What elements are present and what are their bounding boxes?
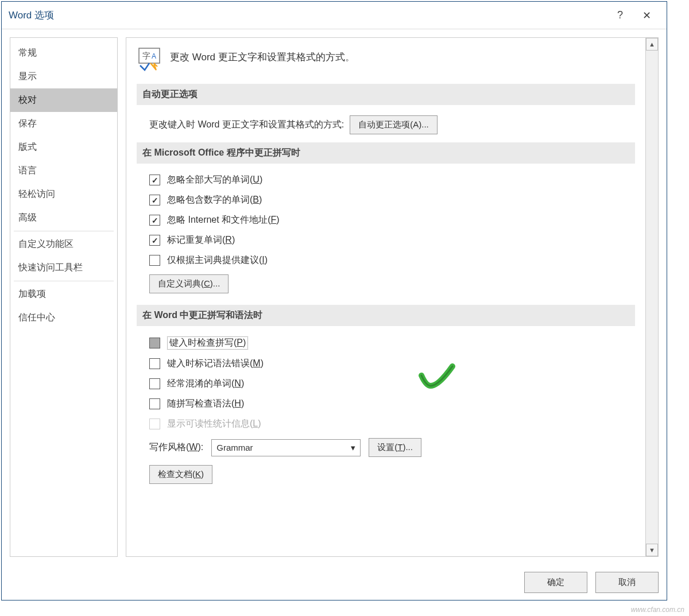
cb-main-dict-only[interactable] xyxy=(149,255,160,266)
ok-button[interactable]: 确定 xyxy=(524,572,587,593)
cancel-button[interactable]: 取消 xyxy=(595,572,659,593)
cb-confused-words[interactable] xyxy=(149,378,160,389)
cb-readability-row: 显示可读性统计信息(L) xyxy=(137,418,635,430)
sidebar-item-layout[interactable]: 版式 xyxy=(10,135,117,159)
section-autocorrect-header: 自动更正选项 xyxy=(137,84,635,105)
cb-ignore-numbers-row: 忽略包含数字的单词(B) xyxy=(137,194,635,206)
sidebar-item-accessibility[interactable]: 轻松访问 xyxy=(10,183,117,206)
content-wrap: 字 A 更改 Word 更正文字和设置其格式的方式。 自动更正选项 更改键入时 … xyxy=(126,37,659,557)
dialog-body: 常规 显示 校对 保存 版式 语言 轻松访问 高级 自定义功能区 快速访问工具栏… xyxy=(2,29,667,565)
cb-main-dict-only-label: 仅根据主词典提供建议(I) xyxy=(167,254,268,266)
custom-dictionaries-button[interactable]: 自定义词典(C)... xyxy=(149,274,229,293)
cb-ignore-uppercase-label: 忽略全部大写的单词(U) xyxy=(167,174,262,186)
sidebar-item-advanced[interactable]: 高级 xyxy=(10,206,117,230)
sidebar-item-quick-access[interactable]: 快速访问工具栏 xyxy=(10,256,117,280)
sidebar-item-save[interactable]: 保存 xyxy=(10,112,117,135)
cb-flag-repeated-label: 标记重复单词(R) xyxy=(167,234,235,246)
cb-mark-grammar-row: 键入时标记语法错误(M) xyxy=(137,358,635,370)
cb-ignore-numbers-label: 忽略包含数字的单词(B) xyxy=(167,194,262,206)
scroll-track[interactable] xyxy=(646,51,658,544)
cb-ignore-numbers[interactable] xyxy=(149,195,160,206)
sidebar: 常规 显示 校对 保存 版式 语言 轻松访问 高级 自定义功能区 快速访问工具栏… xyxy=(10,37,118,557)
options-dialog: Word 选项 ? ✕ 常规 显示 校对 保存 版式 语言 轻松访问 高级 自定… xyxy=(1,1,667,600)
cb-ignore-internet[interactable] xyxy=(149,215,160,226)
sidebar-item-language[interactable]: 语言 xyxy=(10,159,117,183)
page-header: 字 A 更改 Word 更正文字和设置其格式的方式。 xyxy=(137,46,635,71)
cb-ignore-internet-label: 忽略 Internet 和文件地址(F) xyxy=(167,214,280,226)
cb-ignore-internet-row: 忽略 Internet 和文件地址(F) xyxy=(137,214,635,226)
content-panel: 字 A 更改 Word 更正文字和设置其格式的方式。 自动更正选项 更改键入时 … xyxy=(126,38,645,556)
autocorrect-label: 更改键入时 Word 更正文字和设置其格式的方式: xyxy=(149,119,344,131)
writing-style-label: 写作风格(W): xyxy=(149,441,203,454)
sidebar-separator xyxy=(14,281,114,281)
cb-check-spelling-as-type[interactable] xyxy=(149,338,160,348)
proofing-icon: 字 A xyxy=(137,46,162,71)
dialog-footer: 确定 取消 xyxy=(2,565,667,600)
chevron-down-icon: ▾ xyxy=(351,443,355,453)
recheck-document-button[interactable]: 检查文档(K) xyxy=(149,465,212,484)
sidebar-item-proofing[interactable]: 校对 xyxy=(10,88,117,112)
svg-text:字: 字 xyxy=(142,51,150,60)
sidebar-item-display[interactable]: 显示 xyxy=(10,65,117,88)
cb-ignore-uppercase-row: 忽略全部大写的单词(U) xyxy=(137,174,635,186)
close-button[interactable]: ✕ xyxy=(633,6,660,25)
window-title: Word 选项 xyxy=(9,9,607,22)
scroll-down-icon[interactable]: ▼ xyxy=(646,544,658,556)
sidebar-item-trust-center[interactable]: 信任中心 xyxy=(10,306,117,330)
sidebar-item-addins[interactable]: 加载项 xyxy=(10,282,117,306)
cb-check-grammar-with-spelling[interactable] xyxy=(149,398,160,409)
page-header-text: 更改 Word 更正文字和设置其格式的方式。 xyxy=(170,46,355,64)
sidebar-item-general[interactable]: 常规 xyxy=(10,41,117,65)
cb-confused-words-label: 经常混淆的单词(N) xyxy=(167,378,244,390)
cb-flag-repeated-row: 标记重复单词(R) xyxy=(137,234,635,246)
svg-text:A: A xyxy=(152,52,156,60)
cb-check-spelling-row: 键入时检查拼写(P) xyxy=(137,336,635,350)
cb-main-dict-only-row: 仅根据主词典提供建议(I) xyxy=(137,254,635,266)
writing-style-select[interactable]: Grammar ▾ xyxy=(211,439,361,456)
cb-readability-label: 显示可读性统计信息(L) xyxy=(167,418,261,430)
cb-check-spelling-label: 键入时检查拼写(P) xyxy=(167,336,248,350)
cb-check-grammar-label: 随拼写检查语法(H) xyxy=(167,398,244,410)
cb-ignore-uppercase[interactable] xyxy=(149,175,160,185)
autocorrect-options-button[interactable]: 自动更正选项(A)... xyxy=(350,115,438,134)
cb-confused-words-row: 经常混淆的单词(N) xyxy=(137,378,635,390)
cb-flag-repeated[interactable] xyxy=(149,235,160,246)
grammar-settings-button[interactable]: 设置(T)... xyxy=(369,438,421,457)
cb-mark-grammar[interactable] xyxy=(149,358,160,369)
sidebar-separator xyxy=(14,231,114,231)
autocorrect-row: 更改键入时 Word 更正文字和设置其格式的方式: 自动更正选项(A)... xyxy=(137,115,635,134)
cb-check-grammar-row: 随拼写检查语法(H) xyxy=(137,398,635,410)
scrollbar[interactable]: ▲ ▼ xyxy=(645,38,658,556)
cb-readability-stats xyxy=(149,419,160,429)
help-button[interactable]: ? xyxy=(607,6,633,25)
section-word-spelling-header: 在 Word 中更正拼写和语法时 xyxy=(137,305,635,326)
sidebar-item-customize-ribbon[interactable]: 自定义功能区 xyxy=(10,233,117,256)
section-office-spelling-header: 在 Microsoft Office 程序中更正拼写时 xyxy=(137,142,635,164)
cb-mark-grammar-label: 键入时标记语法错误(M) xyxy=(167,358,264,370)
scroll-up-icon[interactable]: ▲ xyxy=(646,38,658,51)
titlebar: Word 选项 ? ✕ xyxy=(2,2,667,29)
